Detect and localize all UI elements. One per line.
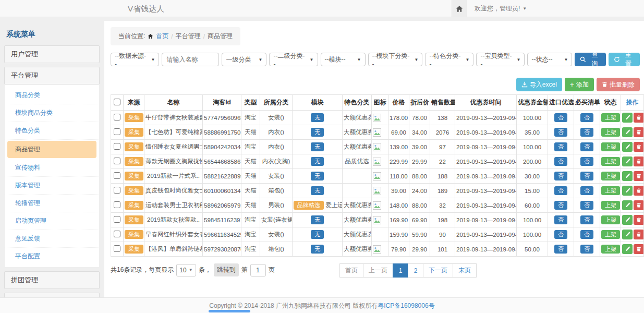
sidebar-group-item[interactable]: 用户管理 <box>4 45 100 63</box>
sidebar-sub-item[interactable]: 商品管理 <box>7 141 96 158</box>
edit-button[interactable] <box>622 156 633 166</box>
must-buy-badge[interactable]: 否 <box>580 142 593 151</box>
jump-to-button[interactable]: 跳转到 <box>214 263 239 276</box>
delete-button[interactable] <box>634 200 644 210</box>
sidebar-sub-item[interactable]: 启动页管理 <box>5 212 99 230</box>
status-badge[interactable]: 上架 <box>601 215 620 224</box>
row-checkbox[interactable] <box>114 172 120 179</box>
pager-button[interactable]: 2 <box>408 263 423 278</box>
must-buy-badge[interactable]: 否 <box>580 201 593 210</box>
status-badge[interactable]: 上架 <box>601 201 620 210</box>
home-nav-button[interactable] <box>452 0 467 17</box>
jump-page-input[interactable] <box>250 264 266 276</box>
delete-button[interactable] <box>634 230 644 239</box>
pager-button[interactable]: 下一页 <box>423 263 453 278</box>
must-buy-badge[interactable]: 否 <box>580 245 593 254</box>
status-badge[interactable]: 上架 <box>601 230 620 239</box>
edit-button[interactable] <box>622 186 633 196</box>
edit-button[interactable] <box>622 142 633 152</box>
edit-button[interactable] <box>622 244 633 254</box>
edit-button[interactable] <box>622 127 633 137</box>
per-page-select[interactable]: 10 ▼ <box>176 264 196 276</box>
must-buy-badge[interactable]: 否 <box>580 215 593 224</box>
reset-button[interactable]: 重置 <box>609 53 640 66</box>
filter-select[interactable]: --二级分类--▼ <box>269 53 318 66</box>
row-checkbox[interactable] <box>114 143 120 150</box>
sidebar-sub-item[interactable]: 轮播管理 <box>5 195 99 212</box>
import-select-badge[interactable]: 否 <box>554 113 567 122</box>
edit-button[interactable] <box>622 200 633 210</box>
status-badge[interactable]: 上架 <box>601 157 620 166</box>
icp-link[interactable]: 粤ICP备16098006号 <box>378 302 434 309</box>
filter-select[interactable]: --特色分类--▼ <box>425 53 473 66</box>
status-badge[interactable]: 上架 <box>601 186 620 195</box>
name-search-input[interactable] <box>162 53 219 66</box>
sidebar-group-item[interactable]: 平台管理 <box>4 67 100 85</box>
edit-button[interactable] <box>622 230 633 239</box>
sidebar-sub-item[interactable]: 平台配置 <box>5 248 99 265</box>
import-select-badge[interactable]: 否 <box>554 215 567 224</box>
add-button[interactable]: + 添加 <box>565 78 594 91</box>
search-button[interactable]: 查询 <box>575 53 606 66</box>
edit-button[interactable] <box>622 215 633 225</box>
edit-button[interactable] <box>622 113 633 123</box>
must-buy-badge[interactable]: 否 <box>580 186 593 195</box>
import-select-badge[interactable]: 否 <box>554 230 567 239</box>
sidebar-sub-item[interactable]: 特色分类 <box>5 122 99 140</box>
must-buy-badge[interactable]: 否 <box>580 172 593 180</box>
delete-button[interactable] <box>634 244 644 254</box>
delete-button[interactable] <box>634 171 644 181</box>
sidebar-group-item[interactable]: 拼团管理 <box>4 271 100 289</box>
import-select-badge[interactable]: 否 <box>554 186 567 195</box>
sidebar-group-item[interactable]: 省惠快报 <box>4 293 100 297</box>
import-select-badge[interactable]: 否 <box>554 128 567 137</box>
status-badge[interactable]: 上架 <box>601 128 620 137</box>
status-badge[interactable]: 上架 <box>601 172 620 180</box>
row-checkbox[interactable] <box>114 114 120 121</box>
status-badge[interactable]: 上架 <box>601 113 620 122</box>
row-checkbox[interactable] <box>114 216 120 223</box>
delete-button[interactable] <box>634 113 644 123</box>
breadcrumb-home-link[interactable]: 首页 <box>156 32 168 41</box>
horizontal-scrollbar-thumb[interactable] <box>209 310 250 312</box>
must-buy-badge[interactable]: 否 <box>580 128 593 137</box>
filter-select[interactable]: --状态--▼ <box>527 53 572 66</box>
sidebar-sub-item[interactable]: 模块商品分类 <box>5 104 99 122</box>
row-checkbox[interactable] <box>114 201 120 208</box>
import-select-badge[interactable]: 否 <box>554 201 567 210</box>
import-excel-button[interactable]: 导入excel <box>516 78 562 91</box>
must-buy-badge[interactable]: 否 <box>580 230 593 239</box>
row-checkbox[interactable] <box>114 187 120 194</box>
sidebar-sub-item[interactable]: 宣传物料 <box>5 159 99 177</box>
import-select-badge[interactable]: 否 <box>554 172 567 180</box>
pager-button[interactable]: 1 <box>393 263 408 278</box>
filter-select[interactable]: --模块下分类--▼ <box>368 53 423 66</box>
filter-select[interactable]: --宝贝类型--▼ <box>476 53 525 66</box>
must-buy-badge[interactable]: 否 <box>580 157 593 166</box>
batch-delete-button[interactable]: 批量删除 <box>597 78 640 91</box>
row-checkbox[interactable] <box>114 231 120 237</box>
pager-button[interactable]: 末页 <box>453 263 477 278</box>
row-checkbox[interactable] <box>114 158 120 164</box>
pager-button[interactable]: 上一页 <box>363 263 393 278</box>
status-badge[interactable]: 上架 <box>601 245 620 254</box>
data-source-select[interactable]: --数据来源-- ▼ <box>111 53 159 66</box>
edit-button[interactable] <box>622 171 633 181</box>
sidebar-sub-item[interactable]: 版本管理 <box>5 177 99 195</box>
import-select-badge[interactable]: 否 <box>554 157 567 166</box>
delete-button[interactable] <box>634 215 644 225</box>
import-select-badge[interactable]: 否 <box>554 142 567 151</box>
delete-button[interactable] <box>634 127 644 137</box>
import-select-badge[interactable]: 否 <box>554 245 567 254</box>
select-all-checkbox[interactable] <box>114 99 120 105</box>
status-badge[interactable]: 上架 <box>601 142 620 151</box>
sidebar-sub-item[interactable]: 商品分类 <box>5 87 99 104</box>
row-checkbox[interactable] <box>114 128 120 135</box>
sidebar-sub-item[interactable]: 意见反馈 <box>5 230 99 248</box>
filter-select[interactable]: --模块--▼ <box>321 53 366 66</box>
filter-select[interactable]: 一级分类▼ <box>222 53 266 66</box>
delete-button[interactable] <box>634 186 644 196</box>
must-buy-badge[interactable]: 否 <box>580 113 593 122</box>
delete-button[interactable] <box>634 156 644 166</box>
row-checkbox[interactable] <box>114 245 120 252</box>
